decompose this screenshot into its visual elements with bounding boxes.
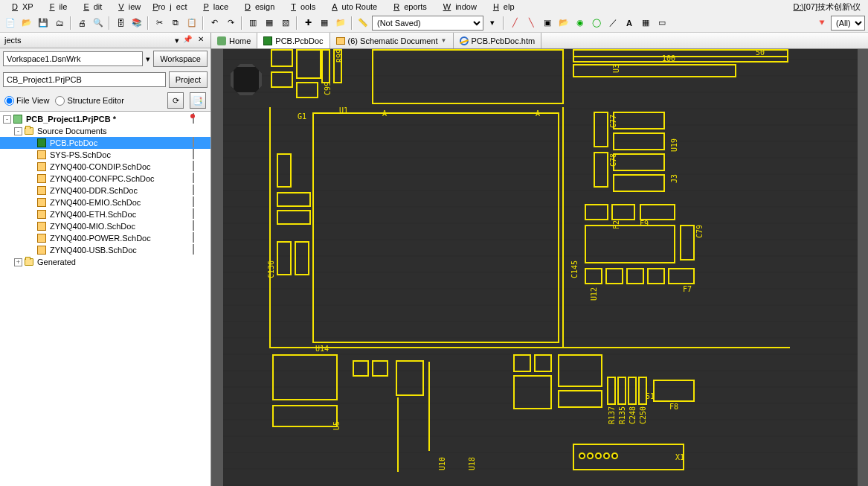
menu-dxp[interactable]: DXP (3, 1, 38, 12)
tb-layer2-icon[interactable]: ▦ (262, 16, 277, 31)
tb-grid-icon[interactable]: ▦ (638, 16, 653, 31)
tb-text-icon[interactable]: A (622, 16, 637, 31)
tree-row[interactable]: -PCB_Project1.PrjPCB * (0, 113, 210, 125)
tb-pad-icon[interactable]: ◯ (589, 16, 604, 31)
tree-expander-icon[interactable]: - (3, 115, 11, 124)
panel-compile-icon[interactable]: ⟳ (167, 92, 184, 109)
tb-line-icon[interactable]: ／ (605, 16, 620, 31)
tree-row[interactable]: ZYNQ400-MIO.SchDoc (0, 220, 210, 232)
menu-project[interactable]: Project (148, 1, 191, 12)
tb-browse-icon[interactable]: 📁 (333, 16, 348, 31)
fileview-radio-input[interactable] (4, 96, 14, 106)
tree-row[interactable]: ZYNQ400-POWER.SchDoc (0, 232, 210, 244)
tb-card-icon[interactable]: 🗂 (52, 16, 67, 31)
panel-title-text: jects (4, 36, 172, 45)
workspace-field[interactable] (3, 51, 143, 66)
menu-place[interactable]: Place (194, 1, 233, 12)
tree-row[interactable]: ZYNQ400-CONDIP.SchDoc (0, 161, 210, 173)
save-state-combo[interactable]: (Not Saved) (372, 16, 483, 31)
tb-dd-icon[interactable]: ▾ (485, 16, 500, 31)
tree-status-icon (193, 221, 203, 231)
tb-copy-icon[interactable]: ⧉ (168, 16, 183, 31)
tree-row[interactable]: ZYNQ400-DDR.SchDoc (0, 185, 210, 196)
workspace-button[interactable]: Workspace (153, 51, 208, 67)
tree-expander-icon[interactable]: - (14, 127, 22, 135)
tb-sep (109, 16, 110, 30)
tb-snap-icon[interactable]: ▦ (317, 16, 332, 31)
fileview-radio[interactable]: File View (4, 96, 49, 106)
menu-view[interactable]: View (109, 1, 145, 12)
silk-label: G1 (298, 113, 306, 121)
project-tree[interactable]: -PCB_Project1.PrjPCB *-Source DocumentsP… (0, 111, 210, 486)
doc-tab[interactable]: Home (211, 33, 257, 48)
tree-expander-icon[interactable]: + (14, 258, 22, 266)
tb-new-icon[interactable]: 📄 (3, 16, 18, 31)
tb-comp-icon[interactable]: ▭ (655, 16, 669, 31)
folder-icon (24, 126, 34, 136)
structure-radio-input[interactable] (55, 96, 65, 106)
tb-route1-icon[interactable]: ╱ (507, 16, 522, 31)
tree-status-icon (193, 197, 203, 208)
tb-sep (503, 16, 504, 30)
tree-row[interactable]: PCB.PcbDoc (0, 137, 210, 149)
silk-rect (613, 174, 665, 192)
tb-cut-icon[interactable]: ✂ (152, 16, 167, 31)
menu-window[interactable]: Window (434, 1, 481, 12)
tb-plus-icon[interactable]: ✚ (300, 16, 315, 31)
panel-pin-icon[interactable]: 📌 (182, 35, 193, 45)
tree-row[interactable]: +Generated (0, 256, 210, 268)
menu-tools[interactable]: Tools (282, 1, 320, 12)
project-button[interactable]: Project (169, 71, 208, 88)
silk-rect (396, 360, 424, 396)
tree-label: Generated (36, 258, 191, 266)
tb-sep (202, 16, 204, 30)
pcb-canvas[interactable]: G1 C99 R99 U1 A A 50 100 U3 (223, 49, 858, 486)
structure-radio[interactable]: Structure Editor (55, 96, 123, 106)
foldy-icon (336, 37, 345, 45)
panel-close-icon[interactable]: ✕ (196, 35, 206, 45)
tb-preview-icon[interactable]: 🔍 (91, 16, 106, 31)
main-split: jects ▾ 📌 ✕ ▾ Workspace Project File Vie… (0, 33, 868, 486)
tree-row[interactable]: -Source Documents (0, 125, 210, 137)
tb-lib-icon[interactable]: 📚 (129, 16, 144, 31)
chevron-down-icon[interactable]: ▼ (441, 37, 447, 44)
tb-filter-icon[interactable]: 🔻 (814, 16, 829, 31)
tb-redo-icon[interactable]: ↷ (223, 16, 238, 31)
tb-undo-icon[interactable]: ↶ (207, 16, 222, 31)
tb-open-icon[interactable]: 📂 (19, 16, 34, 31)
menu-file[interactable]: File (41, 1, 72, 12)
doc-tab[interactable]: PCB.PcbDoc.htm (454, 33, 542, 48)
panel-menu-icon[interactable]: ▾ (175, 36, 179, 45)
tb-tree-icon[interactable]: 🗄 (113, 16, 128, 31)
tb-save-icon[interactable]: 💾 (36, 16, 51, 31)
tb-netcolor-icon[interactable]: ▣ (540, 16, 555, 31)
silk-label: U18 (469, 457, 476, 470)
workspace-dd-icon[interactable]: ▾ (146, 54, 150, 64)
silk-label: R135 (619, 406, 626, 424)
menu-autoroute[interactable]: Auto Route (323, 1, 382, 12)
tree-row[interactable]: ZYNQ400-EMIO.SchDoc (0, 196, 210, 208)
tree-status-icon (193, 162, 203, 172)
tb-zoomlayers-icon[interactable]: ▥ (245, 16, 260, 31)
tb-paste-icon[interactable]: 📋 (184, 16, 199, 31)
project-field[interactable] (3, 72, 166, 87)
tree-row[interactable]: ZYNQ400-CONFPC.SchDoc (0, 173, 210, 185)
tb-route2-icon[interactable]: ╲ (524, 16, 539, 31)
menu-help[interactable]: Help (484, 1, 519, 12)
tree-row[interactable]: ZYNQ400-ETH.SchDoc (0, 208, 210, 220)
filter-combo[interactable]: (All) (831, 16, 865, 31)
doc-tab[interactable]: PCB.PcbDoc (257, 33, 329, 48)
tb-folder2-icon[interactable]: 📂 (556, 16, 571, 31)
tree-row[interactable]: ZYNQ400-USB.SchDoc (0, 244, 210, 256)
tree-row[interactable]: SYS-PS.SchDoc (0, 149, 210, 161)
menu-reports[interactable]: Reports (385, 1, 431, 12)
canvas-left-gutter (211, 49, 223, 486)
tb-layer3-icon[interactable]: ▧ (278, 16, 293, 31)
doc-tab[interactable]: (6) Schematic Document▼ (330, 33, 454, 48)
menu-design[interactable]: Design (236, 1, 279, 12)
menu-edit[interactable]: Edit (74, 1, 106, 12)
tb-via-icon[interactable]: ◉ (573, 16, 588, 31)
panel-options-icon[interactable]: 📑 (190, 92, 206, 109)
tb-measure-icon[interactable]: 📏 (356, 16, 370, 31)
tb-print-icon[interactable]: 🖨 (74, 16, 89, 31)
